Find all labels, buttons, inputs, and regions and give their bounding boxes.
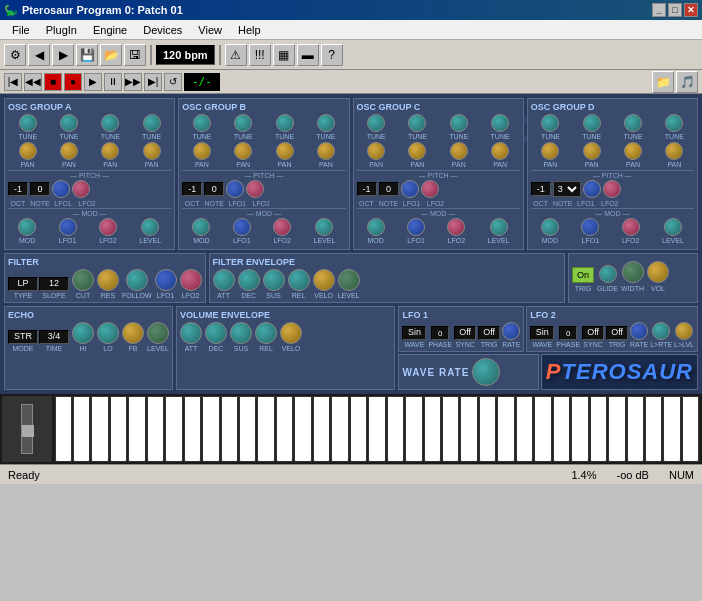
osc-b-pan-3[interactable] (276, 142, 294, 160)
width-knob[interactable] (622, 261, 644, 283)
osc-b-oct[interactable]: -1 (182, 182, 202, 196)
echo-lo[interactable] (97, 322, 119, 344)
osc-c-note[interactable]: 0 (379, 182, 399, 196)
piano-key-14[interactable] (294, 396, 311, 462)
piano-key-18[interactable] (368, 396, 385, 462)
osc-a-mod[interactable] (18, 218, 36, 236)
filter-type[interactable]: LP (8, 277, 38, 291)
osc-a-tune-4[interactable] (143, 114, 161, 132)
osc-d-tune-4[interactable] (665, 114, 683, 132)
piano-key-9[interactable] (202, 396, 219, 462)
piano-key-27[interactable] (534, 396, 551, 462)
transport-ffwd[interactable]: ▶▶ (124, 73, 142, 91)
osc-d-lfo2[interactable] (622, 218, 640, 236)
toolbar-help[interactable]: ? (321, 44, 343, 66)
fenv-dec[interactable] (238, 269, 260, 291)
toolbar-bang[interactable]: !!! (249, 44, 271, 66)
close-button[interactable]: ✕ (684, 3, 698, 17)
osc-b-pan-4[interactable] (317, 142, 335, 160)
osc-d-oct[interactable]: -1 (531, 182, 551, 196)
bpm-display[interactable]: 120 bpm (156, 45, 215, 65)
osc-c-lfo2-pitch[interactable] (421, 180, 439, 198)
osc-b-level[interactable] (315, 218, 333, 236)
lfo2-trig[interactable]: Off (606, 326, 628, 340)
piano-key-21[interactable] (424, 396, 441, 462)
osc-a-pan-2[interactable] (60, 142, 78, 160)
piano-key-25[interactable] (497, 396, 514, 462)
osc-c-lfo1-pitch[interactable] (401, 180, 419, 198)
osc-c-level[interactable] (490, 218, 508, 236)
fenv-att[interactable] (213, 269, 235, 291)
venv-velo[interactable] (280, 322, 302, 344)
piano-key-8[interactable] (184, 396, 201, 462)
piano-key-26[interactable] (516, 396, 533, 462)
menu-engine[interactable]: Engine (85, 22, 135, 38)
osc-a-lfo1-pitch[interactable] (52, 180, 70, 198)
osc-b-lfo2[interactable] (273, 218, 291, 236)
toolbar-back[interactable]: ◀ (28, 44, 50, 66)
osc-c-tune-1[interactable] (367, 114, 385, 132)
lfo2-wave[interactable]: Sin (530, 326, 554, 340)
piano-key-12[interactable] (257, 396, 274, 462)
venv-att[interactable] (180, 322, 202, 344)
piano-key-10[interactable] (221, 396, 238, 462)
toolbar-open[interactable]: 📂 (100, 44, 122, 66)
glide-knob[interactable] (599, 265, 617, 283)
piano-key-28[interactable] (553, 396, 570, 462)
osc-c-oct[interactable]: -1 (357, 182, 377, 196)
osc-b-tune-4[interactable] (317, 114, 335, 132)
osc-c-pan-4[interactable] (491, 142, 509, 160)
piano-key-16[interactable] (331, 396, 348, 462)
piano-key-15[interactable] (313, 396, 330, 462)
piano-key-2[interactable] (73, 396, 90, 462)
osc-a-oct[interactable]: -1 (8, 182, 28, 196)
osc-a-pan-4[interactable] (143, 142, 161, 160)
menu-file[interactable]: File (4, 22, 38, 38)
transport-record[interactable]: ● (64, 73, 82, 91)
osc-b-note[interactable]: 0 (204, 182, 224, 196)
osc-b-tune-2[interactable] (234, 114, 252, 132)
osc-a-pan-3[interactable] (101, 142, 119, 160)
toolbar-save[interactable]: 💾 (76, 44, 98, 66)
osc-d-pan-2[interactable] (583, 142, 601, 160)
osc-c-mod[interactable] (367, 218, 385, 236)
echo-time[interactable]: 3/4 (39, 330, 69, 344)
piano-keyboard[interactable] (54, 396, 700, 462)
lfo2-rate-knob[interactable] (630, 322, 648, 340)
osc-a-lfo2[interactable] (99, 218, 117, 236)
osc-d-pan-1[interactable] (541, 142, 559, 160)
osc-c-tune-3[interactable] (450, 114, 468, 132)
filter-cut[interactable] (72, 269, 94, 291)
toolbar-bars[interactable]: ▬ (297, 44, 319, 66)
transport-pause[interactable]: ⏸ (104, 73, 122, 91)
osc-a-note[interactable]: 0 (30, 182, 50, 196)
piano-key-19[interactable] (387, 396, 404, 462)
filter-lfo1[interactable] (155, 269, 177, 291)
piano-key-23[interactable] (460, 396, 477, 462)
pitch-slider[interactable] (21, 404, 33, 454)
lfo1-wave[interactable]: Sin (402, 326, 426, 340)
transport-loop[interactable]: ↺ (164, 73, 182, 91)
toolbar-grid[interactable]: ▦ (273, 44, 295, 66)
osc-c-lfo1[interactable] (407, 218, 425, 236)
osc-a-level[interactable] (141, 218, 159, 236)
venv-dec[interactable] (205, 322, 227, 344)
transport-icon-2[interactable]: 🎵 (676, 71, 698, 93)
piano-key-17[interactable] (350, 396, 367, 462)
osc-c-pan-3[interactable] (450, 142, 468, 160)
transport-icon-1[interactable]: 📁 (652, 71, 674, 93)
fenv-sus[interactable] (263, 269, 285, 291)
echo-mode[interactable]: STR (8, 330, 38, 344)
osc-d-lfo2-pitch[interactable] (603, 180, 621, 198)
osc-a-tune-1[interactable] (19, 114, 37, 132)
piano-key-24[interactable] (479, 396, 496, 462)
lfo2-sync[interactable]: Off (582, 326, 604, 340)
minimize-button[interactable]: _ (652, 3, 666, 17)
lfo2-lrte-knob[interactable] (652, 322, 670, 340)
vol-knob[interactable] (647, 261, 669, 283)
osc-b-pan-2[interactable] (234, 142, 252, 160)
lfo1-rate-knob[interactable] (502, 322, 520, 340)
osc-a-tune-2[interactable] (60, 114, 78, 132)
osc-b-pan-1[interactable] (193, 142, 211, 160)
venv-sus[interactable] (230, 322, 252, 344)
